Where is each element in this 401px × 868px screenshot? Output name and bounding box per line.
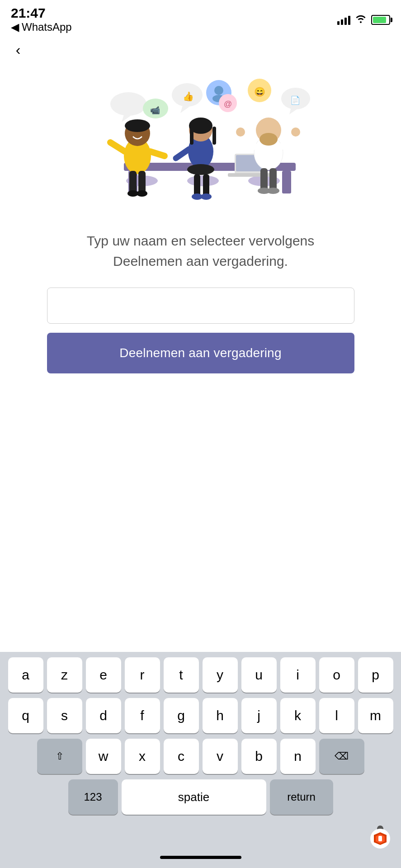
status-time: 21:47 xyxy=(11,6,72,20)
key-x[interactable]: x xyxy=(125,739,160,774)
whatsapp-back[interactable]: ◀ WhatsApp xyxy=(11,21,72,33)
svg-rect-22 xyxy=(194,174,200,197)
key-w[interactable]: w xyxy=(86,739,121,774)
status-bar: 21:47 ◀ WhatsApp xyxy=(0,0,401,36)
key-y[interactable]: y xyxy=(203,657,238,693)
svg-point-8 xyxy=(125,119,150,132)
key-l[interactable]: l xyxy=(319,698,354,733)
svg-point-25 xyxy=(201,193,212,200)
key-c[interactable]: c xyxy=(164,739,199,774)
key-g[interactable]: g xyxy=(164,698,199,733)
key-r[interactable]: r xyxy=(125,657,160,693)
key-v[interactable]: v xyxy=(203,739,238,774)
key-n[interactable]: n xyxy=(280,739,316,774)
status-left: 21:47 ◀ WhatsApp xyxy=(11,6,72,33)
whatsapp-label: WhatsApp xyxy=(22,21,72,33)
svg-rect-23 xyxy=(203,174,209,197)
keyboard-row-3: ⇧ w x c v b n ⌫ xyxy=(3,739,398,774)
svg-point-35 xyxy=(291,127,300,137)
battery-icon xyxy=(371,15,390,25)
main-content: 👍 😄 📄 📹 @ Typ uw naam en selecteer vervo… xyxy=(0,63,401,652)
key-z[interactable]: z xyxy=(47,657,82,693)
back-button[interactable]: ‹ xyxy=(9,41,27,59)
svg-rect-36 xyxy=(260,168,268,191)
meeting-illustration: 👍 😄 📄 📹 @ xyxy=(70,68,332,212)
svg-text:📄: 📄 xyxy=(290,95,301,105)
key-j[interactable]: j xyxy=(241,698,277,733)
illustration-container: 👍 😄 📄 📹 @ xyxy=(70,68,332,212)
numbers-key[interactable]: 123 xyxy=(68,779,118,815)
key-p[interactable]: p xyxy=(358,657,393,693)
space-key[interactable]: spatie xyxy=(122,779,266,815)
delete-key[interactable]: ⌫ xyxy=(319,739,364,774)
instruction-text: Typ uw naam en selecteer vervolgens Deel… xyxy=(74,231,327,271)
signal-bars-icon xyxy=(337,15,350,25)
svg-rect-37 xyxy=(269,168,277,191)
name-input[interactable] xyxy=(47,288,354,324)
keyboard-row-4: 123 spatie return xyxy=(3,779,398,815)
key-s[interactable]: s xyxy=(47,698,82,733)
key-d[interactable]: d xyxy=(86,698,121,733)
svg-rect-11 xyxy=(129,171,137,193)
key-e[interactable]: e xyxy=(86,657,121,693)
svg-point-31 xyxy=(259,133,278,146)
return-key[interactable]: return xyxy=(270,779,333,815)
svg-point-46 xyxy=(214,86,223,95)
key-i[interactable]: i xyxy=(280,657,316,693)
wifi-icon xyxy=(355,14,367,26)
svg-line-9 xyxy=(110,142,125,151)
key-t[interactable]: t xyxy=(164,657,199,693)
svg-line-21 xyxy=(176,149,189,158)
key-b[interactable]: b xyxy=(241,739,277,774)
svg-rect-20 xyxy=(212,127,216,145)
svg-marker-43 xyxy=(180,106,189,113)
keyboard-row-2: q s d f g h j k l m xyxy=(3,698,398,733)
svg-text:📹: 📹 xyxy=(150,105,160,115)
svg-rect-19 xyxy=(190,127,193,145)
key-a[interactable]: a xyxy=(8,657,43,693)
mic-row xyxy=(3,820,398,849)
key-m[interactable]: m xyxy=(358,698,393,733)
key-q[interactable]: q xyxy=(8,698,43,733)
svg-point-16 xyxy=(187,164,214,175)
shift-key[interactable]: ⇧ xyxy=(37,739,82,774)
back-row: ‹ xyxy=(0,36,401,63)
join-meeting-button[interactable]: Deelnemen aan vergadering xyxy=(47,333,354,373)
key-k[interactable]: k xyxy=(280,698,316,733)
svg-point-40 xyxy=(110,92,146,116)
home-indicator xyxy=(160,856,241,859)
key-o[interactable]: o xyxy=(319,657,354,693)
status-right xyxy=(337,14,390,26)
key-f[interactable]: f xyxy=(125,698,160,733)
home-indicator-area xyxy=(3,849,398,868)
svg-text:👍: 👍 xyxy=(183,91,194,102)
office365-badge xyxy=(370,829,390,849)
svg-rect-63 xyxy=(378,836,382,841)
svg-line-10 xyxy=(150,151,165,156)
svg-text:😄: 😄 xyxy=(254,86,265,97)
back-triangle-icon: ◀ xyxy=(11,21,19,33)
svg-point-39 xyxy=(267,188,279,194)
svg-text:@: @ xyxy=(224,99,232,108)
svg-point-34 xyxy=(236,127,245,137)
svg-rect-12 xyxy=(138,171,146,193)
keyboard: a z e r t y u i o p q s d f g h j k l m … xyxy=(0,652,401,868)
key-u[interactable]: u xyxy=(241,657,277,693)
keyboard-row-1: a z e r t y u i o p xyxy=(3,657,398,693)
svg-rect-2 xyxy=(282,171,291,193)
svg-point-14 xyxy=(137,190,147,197)
name-input-wrapper xyxy=(47,288,354,324)
key-h[interactable]: h xyxy=(203,698,238,733)
